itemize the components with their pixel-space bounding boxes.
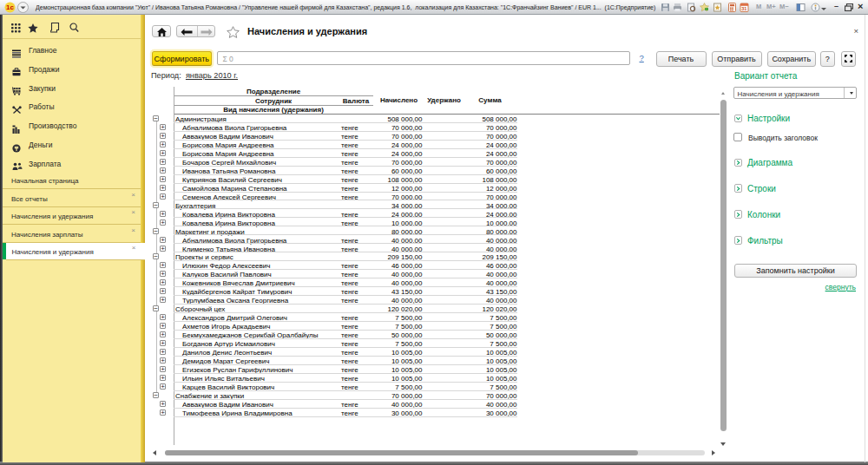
svg-text:31: 31 <box>741 6 746 11</box>
svg-text:1c: 1c <box>6 3 14 11</box>
